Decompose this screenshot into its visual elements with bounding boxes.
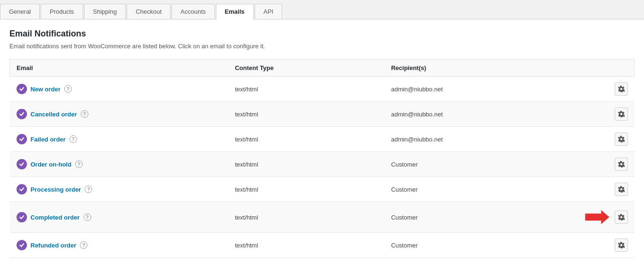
action-cell-processing-order bbox=[541, 177, 634, 202]
tab-accounts[interactable]: Accounts bbox=[172, 4, 215, 19]
gear-button-new-order[interactable] bbox=[615, 82, 628, 96]
action-cell-order-on-hold bbox=[541, 152, 634, 177]
email-link-completed-order[interactable]: Completed order bbox=[31, 214, 80, 221]
svg-marker-0 bbox=[585, 210, 609, 224]
action-cell-refunded-order bbox=[541, 233, 634, 258]
content-type-cell-processing-order: text/html bbox=[228, 177, 385, 202]
recipients-cell-order-on-hold: Customer bbox=[385, 152, 541, 177]
arrow-indicator bbox=[582, 208, 610, 227]
action-cell-completed-order bbox=[541, 202, 634, 233]
help-icon[interactable]: ? bbox=[69, 135, 77, 143]
content-type-cell-cancelled-order: text/html bbox=[228, 102, 385, 127]
tab-emails[interactable]: Emails bbox=[216, 4, 254, 19]
help-icon[interactable]: ? bbox=[80, 241, 87, 249]
email-cell-failed-order: Failed order? bbox=[10, 127, 229, 152]
email-link-processing-order[interactable]: Processing order bbox=[31, 186, 81, 193]
enabled-icon bbox=[17, 212, 27, 222]
help-icon[interactable]: ? bbox=[84, 213, 91, 221]
enabled-icon bbox=[17, 240, 27, 250]
content-type-cell-new-order: text/html bbox=[228, 77, 385, 102]
content-type-cell-order-on-hold: text/html bbox=[228, 152, 385, 177]
col-header-action bbox=[541, 60, 634, 77]
content-area: Email Notifications Email notifications … bbox=[0, 19, 644, 265]
gear-button-order-on-hold[interactable] bbox=[615, 158, 628, 171]
page-title: Email Notifications bbox=[9, 29, 635, 39]
email-cell-new-order: New order? bbox=[10, 77, 229, 102]
table-row: New order?text/htmladmin@niubbo.net bbox=[10, 77, 635, 102]
recipients-cell-completed-order: Customer bbox=[385, 202, 541, 233]
enabled-icon bbox=[17, 184, 27, 194]
content-type-cell-refunded-order: text/html bbox=[228, 233, 385, 258]
content-type-cell-failed-order: text/html bbox=[228, 127, 385, 152]
table-row: Order on-hold?text/htmlCustomer bbox=[10, 152, 635, 177]
help-icon[interactable]: ? bbox=[81, 110, 88, 118]
page-description: Email notifications sent from WooCommerc… bbox=[9, 43, 635, 50]
recipients-cell-failed-order: admin@niubbo.net bbox=[385, 127, 541, 152]
tab-shipping[interactable]: Shipping bbox=[84, 4, 126, 19]
col-header-content-type: Content Type bbox=[228, 60, 385, 77]
action-cell-new-order bbox=[541, 77, 634, 102]
email-link-order-on-hold[interactable]: Order on-hold bbox=[31, 161, 72, 168]
recipients-cell-cancelled-order: admin@niubbo.net bbox=[385, 102, 541, 127]
table-row: Processing order?text/htmlCustomer bbox=[10, 177, 635, 202]
gear-button-cancelled-order[interactable] bbox=[615, 107, 628, 121]
email-link-new-order[interactable]: New order bbox=[31, 86, 61, 93]
email-table: Email Content Type Recipient(s) New orde… bbox=[9, 59, 635, 258]
help-icon[interactable]: ? bbox=[75, 160, 83, 168]
recipients-cell-new-order: admin@niubbo.net bbox=[385, 77, 541, 102]
email-cell-cancelled-order: Cancelled order? bbox=[10, 102, 229, 127]
action-cell-cancelled-order bbox=[541, 102, 634, 127]
gear-button-completed-order[interactable] bbox=[615, 211, 628, 224]
col-header-recipients: Recipient(s) bbox=[385, 60, 541, 77]
table-row: Failed order?text/htmladmin@niubbo.net bbox=[10, 127, 635, 152]
table-header-row: Email Content Type Recipient(s) bbox=[10, 60, 635, 77]
gear-button-refunded-order[interactable] bbox=[615, 238, 628, 252]
email-cell-processing-order: Processing order? bbox=[10, 177, 229, 202]
help-icon[interactable]: ? bbox=[85, 186, 92, 193]
table-row: Completed order?text/htmlCustomer bbox=[10, 202, 635, 233]
table-row: Cancelled order?text/htmladmin@niubbo.ne… bbox=[10, 102, 635, 127]
gear-button-processing-order[interactable] bbox=[615, 183, 628, 196]
col-header-email: Email bbox=[10, 60, 229, 77]
email-link-failed-order[interactable]: Failed order bbox=[31, 136, 66, 143]
recipients-cell-processing-order: Customer bbox=[385, 177, 541, 202]
recipients-cell-refunded-order: Customer bbox=[385, 233, 541, 258]
enabled-icon bbox=[17, 159, 27, 169]
tab-checkout[interactable]: Checkout bbox=[127, 4, 171, 19]
help-icon[interactable]: ? bbox=[64, 85, 72, 93]
action-cell-failed-order bbox=[541, 127, 634, 152]
table-row: Refunded order?text/htmlCustomer bbox=[10, 233, 635, 258]
tab-api[interactable]: API bbox=[255, 4, 283, 19]
tab-general[interactable]: General bbox=[0, 4, 40, 19]
tab-bar: GeneralProductsShippingCheckoutAccountsE… bbox=[0, 0, 644, 19]
email-cell-completed-order: Completed order? bbox=[10, 202, 229, 233]
content-type-cell-completed-order: text/html bbox=[228, 202, 385, 233]
tab-products[interactable]: Products bbox=[41, 4, 83, 19]
email-link-cancelled-order[interactable]: Cancelled order bbox=[31, 111, 77, 118]
email-cell-refunded-order: Refunded order? bbox=[10, 233, 229, 258]
email-cell-order-on-hold: Order on-hold? bbox=[10, 152, 229, 177]
enabled-icon bbox=[17, 84, 27, 94]
enabled-icon bbox=[17, 109, 27, 119]
gear-button-failed-order[interactable] bbox=[615, 132, 628, 146]
email-link-refunded-order[interactable]: Refunded order bbox=[31, 242, 77, 249]
enabled-icon bbox=[17, 134, 27, 144]
